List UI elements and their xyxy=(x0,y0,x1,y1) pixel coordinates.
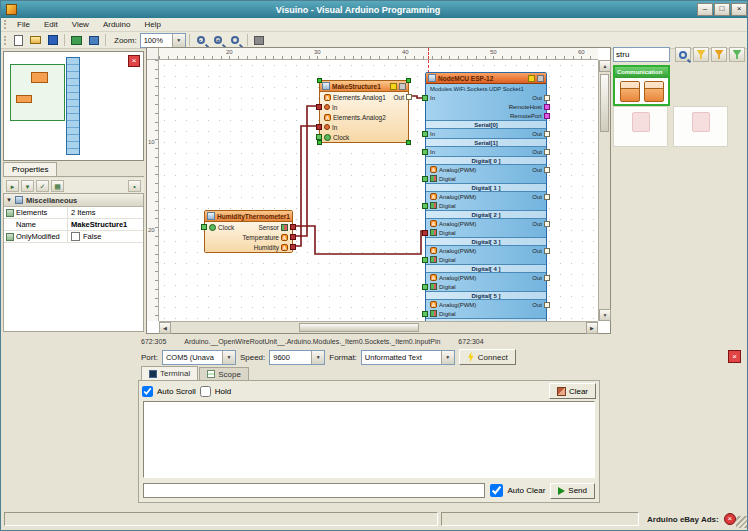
resize-grip[interactable] xyxy=(736,516,748,528)
digital-pin[interactable] xyxy=(422,284,428,290)
close-ads-icon[interactable]: × xyxy=(724,513,736,525)
output-pin[interactable] xyxy=(406,94,412,100)
scrollbar-thumb[interactable] xyxy=(600,74,609,132)
connect-button[interactable]: Connect xyxy=(459,349,516,365)
format-select[interactable]: Unformatted Text ▼ xyxy=(361,350,455,365)
digital-pin[interactable] xyxy=(422,203,428,209)
filter-clear-button[interactable] xyxy=(729,47,745,62)
output-pin[interactable] xyxy=(544,275,550,281)
digital-pin[interactable] xyxy=(422,257,428,263)
palette-item-dimmed[interactable] xyxy=(613,106,668,147)
wire-sensor-to-digital2[interactable] xyxy=(293,226,425,254)
property-pin[interactable] xyxy=(544,104,550,110)
zoom-select[interactable]: 100% ▼ xyxy=(140,33,186,48)
chevron-down-icon[interactable]: ▼ xyxy=(6,197,12,203)
tab-scope[interactable]: Scope xyxy=(199,367,249,380)
chevron-down-icon[interactable]: ▼ xyxy=(172,34,185,47)
new-button[interactable] xyxy=(10,33,27,48)
filter-edit-button[interactable] xyxy=(711,47,727,62)
menu-edit[interactable]: Edit xyxy=(37,20,65,29)
input-pin[interactable] xyxy=(316,124,322,130)
selection-handle[interactable] xyxy=(317,78,322,83)
upload-button[interactable] xyxy=(85,33,102,48)
output-pin[interactable] xyxy=(544,167,550,173)
input-pin[interactable] xyxy=(422,131,428,137)
title-bar[interactable]: Visuino - Visual Arduino Programming – □… xyxy=(1,1,748,18)
digital-pin[interactable] xyxy=(422,176,428,182)
property-value[interactable]: MakeStructure1 xyxy=(68,220,143,229)
humidity-pin[interactable] xyxy=(290,244,296,250)
output-pin[interactable] xyxy=(544,302,550,308)
output-pin[interactable] xyxy=(544,149,550,155)
clock-input-pin[interactable] xyxy=(201,224,207,230)
send-button[interactable]: Send xyxy=(550,483,595,499)
property-pin[interactable] xyxy=(544,113,550,119)
chevron-down-icon[interactable]: ▼ xyxy=(311,351,324,364)
send-input[interactable] xyxy=(143,483,485,498)
menu-arduino[interactable]: Arduino xyxy=(96,20,138,29)
category-view-button[interactable]: ▦ xyxy=(51,180,64,192)
sort-button[interactable]: ✓ xyxy=(36,180,49,192)
horizontal-scrollbar[interactable]: ◀ ▶ xyxy=(159,321,598,333)
selection-handle[interactable] xyxy=(406,78,411,83)
settings-button[interactable] xyxy=(251,33,268,48)
overview-panel[interactable]: × xyxy=(3,51,144,161)
terminal-output[interactable] xyxy=(143,401,595,478)
maximize-button[interactable]: □ xyxy=(714,3,730,16)
sensor-pin[interactable] xyxy=(290,224,296,230)
collapse-all-button[interactable]: ▾ xyxy=(21,180,34,192)
overview-viewport[interactable] xyxy=(10,64,65,121)
property-row[interactable]: Elements2 Items xyxy=(4,207,143,219)
save-button[interactable] xyxy=(44,33,61,48)
temperature-pin[interactable] xyxy=(290,234,296,240)
selection-handle[interactable] xyxy=(406,140,411,145)
palette-item-dimmed[interactable] xyxy=(673,106,728,147)
filter-button[interactable] xyxy=(693,47,709,62)
zoom-fit-button[interactable] xyxy=(227,33,244,48)
scroll-left-icon[interactable]: ◀ xyxy=(159,322,171,334)
minimize-button[interactable]: – xyxy=(697,3,713,16)
menu-file[interactable]: File xyxy=(10,20,37,29)
palette-component-item[interactable] xyxy=(644,81,664,102)
output-pin[interactable] xyxy=(544,221,550,227)
design-canvas[interactable]: HumidityThermometer1 Clock Sensor Temper… xyxy=(159,60,598,321)
scroll-down-icon[interactable]: ▼ xyxy=(599,309,611,321)
input-pin[interactable] xyxy=(316,104,322,110)
wrench-icon[interactable] xyxy=(537,75,544,82)
edit-pencil-icon[interactable] xyxy=(528,75,535,82)
checkbox-icon[interactable] xyxy=(71,232,80,241)
tab-terminal[interactable]: Terminal xyxy=(141,366,198,380)
open-button[interactable] xyxy=(27,33,44,48)
digital-pin[interactable] xyxy=(422,311,428,317)
zoom-in-button[interactable]: + xyxy=(210,33,227,48)
property-row[interactable]: OnlyModifiedFalse xyxy=(4,231,143,243)
vertical-scrollbar[interactable]: ▲ ▼ xyxy=(598,60,610,321)
property-value[interactable]: 2 Items xyxy=(68,208,143,217)
edit-pencil-icon[interactable] xyxy=(390,83,397,90)
input-pin[interactable] xyxy=(422,95,428,101)
menu-grip[interactable] xyxy=(4,20,7,29)
chevron-down-icon[interactable]: ▼ xyxy=(441,351,454,364)
output-pin[interactable] xyxy=(544,194,550,200)
pin-icon[interactable]: • xyxy=(128,180,141,192)
hold-checkbox[interactable] xyxy=(200,386,211,397)
toolbar-grip[interactable] xyxy=(4,36,7,45)
component-header[interactable]: NodeMCU ESP-12 xyxy=(426,73,546,84)
tab-properties[interactable]: Properties xyxy=(3,162,57,176)
expand-all-button[interactable]: ▸ xyxy=(6,180,19,192)
component-header[interactable]: HumidityThermometer1 xyxy=(205,211,292,222)
auto-clear-checkbox[interactable] xyxy=(490,484,503,497)
property-row[interactable]: NameMakeStructure1 xyxy=(4,219,143,231)
search-input[interactable] xyxy=(613,47,670,62)
speed-select[interactable]: 9600 ▼ xyxy=(269,350,325,365)
overview-close-icon[interactable]: × xyxy=(128,55,140,67)
scroll-up-icon[interactable]: ▲ xyxy=(599,60,611,72)
palette-category-selected[interactable]: Communication xyxy=(613,65,670,106)
component-humidity-thermometer[interactable]: HumidityThermometer1 Clock Sensor Temper… xyxy=(204,210,293,253)
component-nodemcu[interactable]: NodeMCU ESP-12 Modules.WiFi.Sockets.UDP … xyxy=(425,72,547,321)
close-button[interactable]: × xyxy=(731,3,747,16)
selection-handle[interactable] xyxy=(317,140,322,145)
scrollbar-thumb[interactable] xyxy=(299,323,419,332)
port-select[interactable]: COM5 (Unava ▼ xyxy=(162,350,236,365)
output-pin[interactable] xyxy=(544,131,550,137)
